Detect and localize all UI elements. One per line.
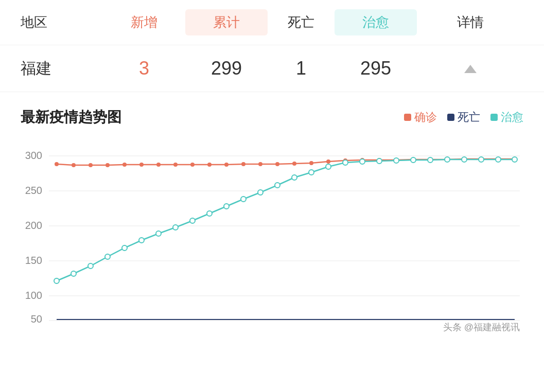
recover-line	[57, 159, 515, 281]
svg-point-51	[241, 197, 246, 202]
svg-point-53	[275, 183, 280, 188]
svg-point-61	[411, 157, 416, 163]
svg-text:200: 200	[25, 220, 42, 231]
cell-total: 299	[185, 58, 268, 79]
svg-point-18	[156, 163, 161, 167]
svg-point-62	[428, 157, 433, 163]
cell-region: 福建	[21, 58, 103, 79]
svg-point-50	[224, 204, 229, 209]
col-header-recover: 治愈	[335, 9, 417, 35]
svg-point-67	[512, 157, 517, 162]
svg-point-64	[462, 157, 467, 162]
svg-point-46	[156, 231, 161, 236]
svg-point-56	[326, 164, 331, 169]
svg-point-41	[71, 271, 76, 276]
svg-text:250: 250	[25, 185, 42, 196]
svg-point-54	[292, 175, 297, 180]
svg-point-43	[105, 254, 110, 259]
svg-point-44	[122, 245, 127, 251]
legend-label-confirm: 确诊	[414, 110, 437, 125]
svg-point-27	[309, 161, 313, 165]
legend-label-recover: 治愈	[501, 110, 523, 125]
svg-point-24	[258, 162, 262, 166]
svg-point-63	[445, 157, 450, 162]
svg-point-25	[275, 162, 279, 166]
svg-point-28	[326, 159, 330, 164]
svg-point-47	[173, 225, 178, 230]
cell-recover: 295	[335, 58, 417, 79]
svg-point-60	[394, 158, 399, 163]
chevron-up-icon	[464, 65, 477, 73]
col-header-total: 累计	[185, 9, 268, 35]
svg-point-22	[224, 163, 229, 167]
svg-point-23	[241, 162, 245, 166]
main-container: 地区 新增 累计 死亡 治愈 详情 福建 3 299 1 295 最新疫情趋势图…	[0, 0, 544, 343]
svg-point-14	[89, 163, 93, 167]
svg-point-15	[106, 163, 110, 167]
svg-text:头条 @福建融视讯: 头条 @福建融视讯	[443, 322, 520, 332]
svg-point-66	[496, 157, 501, 162]
chart-title: 最新疫情趋势图	[21, 108, 121, 127]
cell-new: 3	[103, 58, 185, 79]
recover-dots	[54, 157, 517, 283]
data-row-fujian[interactable]: 福建 3 299 1 295	[0, 45, 544, 92]
svg-point-45	[139, 238, 144, 243]
cell-death: 1	[268, 58, 335, 79]
svg-point-13	[72, 163, 76, 167]
svg-point-17	[139, 163, 144, 167]
svg-text:150: 150	[25, 255, 42, 266]
chart-header: 最新疫情趋势图 确诊 死亡 治愈	[21, 108, 523, 127]
chart-canvas-wrapper: 300 250 200 150 100 50	[21, 137, 523, 333]
chart-svg: 300 250 200 150 100 50	[21, 137, 523, 333]
svg-point-58	[360, 159, 365, 164]
svg-point-16	[122, 163, 127, 167]
svg-point-40	[54, 278, 59, 283]
header-row: 地区 新增 累计 死亡 治愈 详情	[0, 0, 544, 45]
svg-point-48	[190, 218, 195, 223]
svg-point-65	[479, 157, 484, 162]
svg-text:100: 100	[25, 290, 42, 301]
svg-point-52	[258, 190, 263, 195]
legend-death: 死亡	[447, 110, 480, 125]
svg-text:50: 50	[31, 313, 42, 325]
legend-dot-confirm	[404, 114, 411, 121]
svg-point-57	[343, 160, 348, 165]
legend-dot-recover	[490, 114, 498, 121]
svg-text:300: 300	[25, 150, 42, 161]
col-header-death: 死亡	[268, 13, 335, 31]
svg-point-26	[292, 162, 296, 166]
svg-point-55	[309, 170, 314, 175]
svg-point-19	[173, 163, 178, 167]
col-header-new: 新增	[103, 13, 185, 31]
col-header-region: 地区	[21, 13, 103, 31]
cell-detail[interactable]	[417, 61, 523, 77]
svg-point-49	[207, 211, 212, 216]
svg-point-42	[88, 263, 93, 269]
chart-section: 最新疫情趋势图 确诊 死亡 治愈 300 250	[0, 92, 544, 343]
svg-point-20	[190, 163, 195, 167]
legend-confirm: 确诊	[404, 110, 437, 125]
chart-legend: 确诊 死亡 治愈	[404, 110, 523, 125]
legend-dot-death	[447, 114, 454, 121]
svg-point-59	[377, 158, 382, 164]
legend-recover: 治愈	[490, 110, 523, 125]
legend-label-death: 死亡	[458, 110, 480, 125]
svg-point-12	[55, 162, 59, 166]
col-header-detail: 详情	[417, 13, 523, 31]
svg-point-21	[207, 163, 212, 167]
